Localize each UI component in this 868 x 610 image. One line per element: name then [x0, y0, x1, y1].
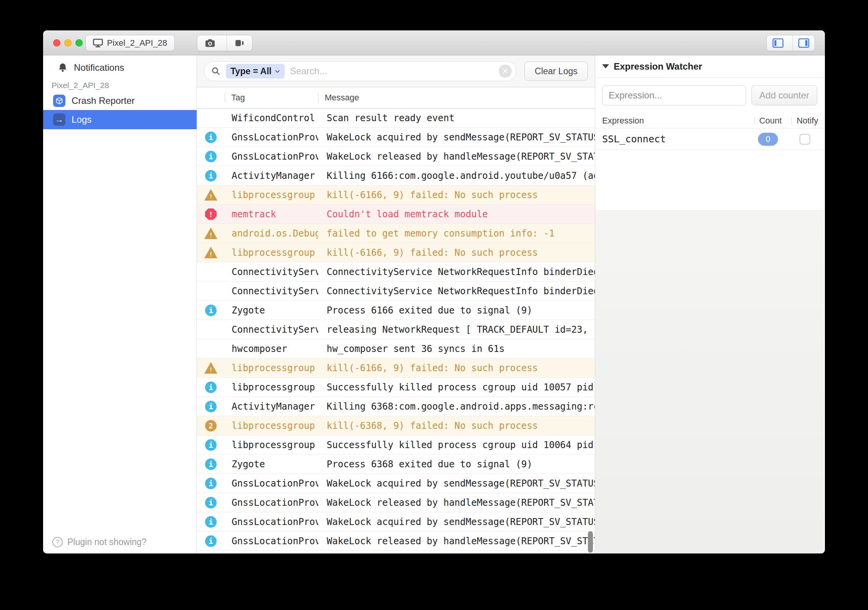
logs-icon: → [53, 113, 65, 126]
log-row[interactable]: i Zygote Process 6368 exited due to sign… [197, 455, 595, 474]
log-tag: hwcomposer [225, 343, 318, 354]
crash-reporter-label: Crash Reporter [72, 95, 135, 106]
log-tag: GnssLocationProvider [225, 536, 318, 547]
log-tag: GnssLocationProvider [225, 132, 318, 143]
capture-buttons [197, 35, 252, 51]
log-row[interactable]: i ActivityManager Killing 6166:com.googl… [197, 166, 595, 185]
clear-search-button[interactable]: ✕ [499, 65, 512, 78]
log-message: kill(-6166, 9) failed: No such process [318, 190, 595, 200]
notify-checkbox[interactable] [800, 134, 810, 145]
log-tag: ConnectivityService [225, 286, 318, 297]
log-row[interactable]: WificondControl Scan result ready event [197, 108, 595, 128]
log-tag: ActivityManager [225, 170, 318, 181]
log-row[interactable]: ! libprocessgroup kill(-6166, 9) failed:… [197, 185, 595, 205]
log-tag: libprocessgroup [225, 440, 318, 450]
warning-icon: ! [204, 362, 217, 374]
log-tag: GnssLocationProvider [225, 151, 318, 162]
log-message: Process 6368 exited due to signal (9) [318, 459, 595, 470]
log-row[interactable]: ! libprocessgroup kill(-6166, 9) failed:… [197, 358, 595, 378]
log-message: WakeLock released by handleMessage(REPOR… [318, 536, 595, 547]
log-message: failed to get memory consumption info: -… [318, 228, 595, 239]
log-row[interactable]: i Zygote Process 6166 exited due to sign… [197, 301, 595, 320]
search-input[interactable] [290, 66, 493, 77]
crash-reporter-icon [53, 95, 65, 107]
log-table-header: Tag Message [197, 87, 595, 108]
log-tag: Zygote [225, 305, 318, 316]
titlebar[interactable]: Pixel_2_API_28 [43, 30, 825, 55]
log-message: Killing 6368:com.google.android.apps.mes… [318, 401, 595, 412]
log-row[interactable]: i libprocessgroup Successfully killed pr… [197, 435, 595, 455]
help-icon: ? [52, 537, 63, 547]
window-controls [53, 39, 83, 47]
minimize-button[interactable] [64, 39, 72, 47]
log-row[interactable]: i GnssLocationProvider WakeLock acquired… [197, 512, 595, 532]
watcher-table-header: Expression Count Notify [595, 113, 824, 128]
log-message: ConnectivityService NetworkRequestInfo b… [318, 267, 595, 277]
zoom-button[interactable] [75, 39, 83, 47]
log-tag: GnssLocationProvider [225, 517, 318, 527]
log-message: Successfully killed process cgroup uid 1… [318, 440, 595, 450]
log-row[interactable]: ConnectivityService ConnectivityService … [197, 282, 595, 301]
log-panel: Type = All ✕ Clear Logs [197, 55, 595, 553]
chevron-down-icon [275, 69, 280, 73]
info-icon: i [205, 439, 217, 451]
log-tag: memtrack [225, 209, 318, 220]
disclosure-triangle-icon[interactable] [602, 64, 609, 68]
log-row[interactable]: i GnssLocationProvider WakeLock released… [197, 532, 595, 551]
info-icon: i [205, 170, 217, 182]
log-message: kill(-6368, 9) failed: No such process [318, 420, 595, 431]
log-message: kill(-6166, 9) failed: No such process [318, 363, 595, 373]
video-camera-icon [235, 39, 244, 47]
log-row[interactable]: i GnssLocationProvider WakeLock acquired… [197, 128, 595, 147]
info-icon: i [205, 401, 217, 412]
sidebar-item-logs[interactable]: → Logs [43, 110, 197, 129]
add-counter-button[interactable]: Add counter [751, 85, 817, 105]
warning-icon: ! [204, 247, 217, 258]
expression-input[interactable] [602, 85, 746, 105]
close-button[interactable] [53, 39, 60, 47]
screenshot-button[interactable] [197, 35, 223, 51]
log-row[interactable]: i GnssLocationProvider WakeLock released… [197, 147, 595, 166]
plugin-help-link[interactable]: ? Plugin not showing? [52, 537, 147, 547]
sidebar-item-notifications[interactable]: Notifications [43, 58, 197, 77]
record-button[interactable] [227, 35, 252, 51]
type-filter-chip[interactable]: Type = All [226, 64, 285, 78]
watcher-row[interactable]: SSL_connect 0 [595, 128, 824, 150]
watcher-title: Expression Watcher [614, 61, 702, 72]
sidebar-item-crash-reporter[interactable]: Crash Reporter [43, 92, 197, 110]
info-icon: i [205, 458, 217, 470]
search-bar[interactable]: Type = All ✕ [204, 61, 517, 81]
close-icon: ✕ [502, 67, 508, 76]
toggle-right-panel-button[interactable] [793, 35, 815, 51]
watcher-header: Expression Watcher [595, 55, 824, 78]
log-row[interactable]: ! android.os.Debug failed to get memory … [197, 224, 595, 243]
sidebar: Notifications Pixel_2_API_28 Crash Repor… [43, 55, 197, 553]
log-row[interactable]: 2 libprocessgroup kill(-6368, 9) failed:… [197, 416, 595, 435]
log-tag: libprocessgroup [225, 190, 318, 200]
toggle-left-panel-button[interactable] [767, 35, 789, 51]
scrollbar-thumb[interactable] [588, 531, 593, 553]
watcher-column-expression: Expression [602, 116, 750, 126]
log-row[interactable]: ConnectivityService releasing NetworkReq… [197, 320, 595, 339]
log-row[interactable]: ! memtrack Couldn't load memtrack module [197, 205, 595, 224]
log-message: Killing 6166:com.google.android.youtube/… [318, 170, 595, 181]
log-row[interactable]: hwcomposer hw_composer sent 36 syncs in … [197, 339, 595, 358]
clear-logs-button[interactable]: Clear Logs [524, 62, 588, 81]
watcher-controls: Add counter [595, 78, 824, 113]
log-row[interactable]: i GnssLocationProvider WakeLock acquired… [197, 474, 595, 493]
log-row[interactable]: i ActivityManager Killing 6368:com.googl… [197, 397, 595, 416]
log-row[interactable]: ConnectivityService ConnectivityService … [197, 262, 595, 282]
log-row[interactable]: i GnssLocationProvider WakeLock released… [197, 493, 595, 512]
log-row[interactable]: ! libprocessgroup kill(-6166, 9) failed:… [197, 243, 595, 262]
device-selector-button[interactable]: Pixel_2_API_28 [85, 35, 175, 51]
warning-icon: ! [204, 228, 217, 239]
log-message: Process 6166 exited due to signal (9) [318, 305, 595, 316]
log-row[interactable]: i libprocessgroup Successfully killed pr… [197, 378, 595, 397]
watcher-column-count: Count [750, 116, 786, 126]
camera-icon [205, 39, 215, 47]
search-icon [211, 67, 220, 76]
log-message: Successfully killed process cgroup uid 1… [318, 382, 595, 393]
watcher-empty-area [595, 150, 824, 210]
right-panel-icon [798, 38, 810, 48]
log-tag: libprocessgroup [225, 382, 318, 393]
